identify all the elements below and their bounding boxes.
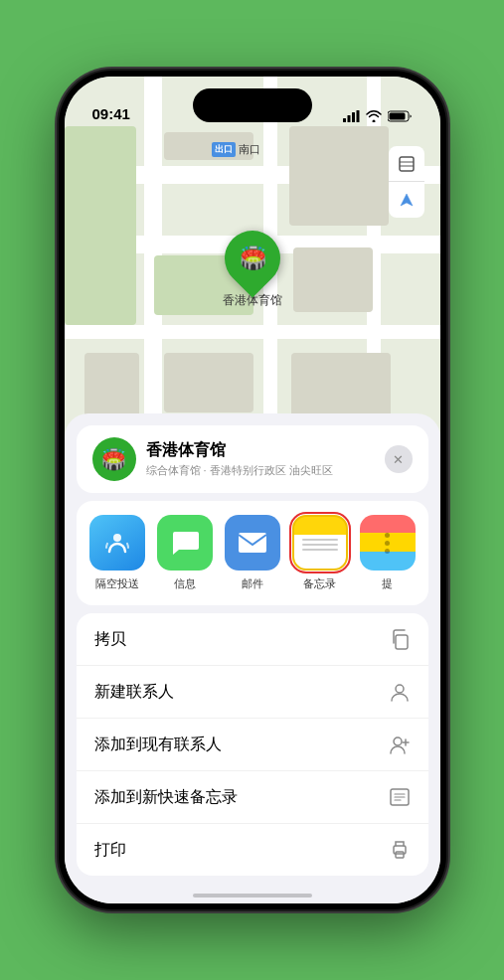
action-list: 拷贝 新建联系人 添加到现有联系人 — [77, 613, 428, 876]
location-arrow-icon — [399, 192, 415, 208]
new-contact-icon — [389, 681, 411, 703]
map-green2 — [65, 126, 136, 325]
add-contact-icon — [389, 734, 411, 755]
share-item-more[interactable]: 提 — [357, 515, 419, 591]
airdrop-icon-box — [89, 515, 145, 571]
svg-rect-0 — [343, 118, 346, 122]
status-time: 09:41 — [92, 105, 130, 124]
map-controls — [389, 146, 424, 218]
location-card: 🏟️ 香港体育馆 综合体育馆 · 香港特别行政区 油尖旺区 ✕ — [77, 425, 428, 493]
home-indicator — [193, 894, 312, 898]
svg-rect-10 — [239, 533, 266, 553]
svg-point-9 — [113, 534, 121, 542]
more-label: 提 — [382, 576, 393, 591]
share-item-mail[interactable]: 邮件 — [222, 515, 283, 591]
map-layers-button[interactable] — [389, 146, 424, 182]
note-line-1 — [302, 539, 338, 541]
close-button[interactable]: ✕ — [385, 445, 413, 473]
mail-icon — [237, 531, 268, 555]
share-item-airdrop[interactable]: 隔空投送 — [86, 515, 148, 591]
svg-rect-21 — [396, 852, 404, 858]
copy-icon — [389, 628, 411, 650]
svg-rect-11 — [396, 635, 408, 649]
svg-point-13 — [394, 737, 402, 745]
location-icon: 🏟️ — [92, 437, 136, 481]
action-print[interactable]: 打印 — [77, 824, 428, 876]
location-info: 🏟️ 香港体育馆 综合体育馆 · 香港特别行政区 油尖旺区 — [92, 437, 333, 481]
close-icon: ✕ — [393, 452, 404, 467]
mail-label: 邮件 — [242, 576, 263, 591]
map-label: 出口 南口 — [212, 142, 260, 157]
action-new-contact-label: 新建联系人 — [94, 682, 174, 703]
share-item-message[interactable]: 信息 — [154, 515, 216, 591]
signal-icon — [343, 110, 360, 122]
share-item-notes[interactable]: 备忘录 — [289, 515, 351, 591]
print-icon — [389, 839, 411, 861]
phone-frame: 09:41 — [59, 71, 446, 909]
action-copy-label: 拷贝 — [94, 629, 126, 650]
action-new-contact[interactable]: 新建联系人 — [77, 666, 428, 719]
note-line-3 — [302, 549, 338, 551]
airdrop-label: 隔空投送 — [95, 576, 139, 591]
map-label-badge: 出口 — [212, 142, 236, 157]
svg-rect-2 — [352, 112, 355, 122]
dynamic-island — [193, 88, 312, 122]
road-h3 — [65, 325, 440, 339]
notes-lines — [302, 539, 338, 551]
wifi-icon — [366, 110, 382, 122]
action-quick-note[interactable]: 添加到新快速备忘录 — [77, 771, 428, 824]
status-icons — [343, 110, 413, 124]
map-layers-icon — [398, 155, 416, 173]
map-block5 — [164, 353, 253, 412]
more-icon-box — [360, 515, 416, 571]
location-subtitle: 综合体育馆 · 香港特别行政区 油尖旺区 — [146, 463, 333, 478]
share-row: 隔空投送 信息 — [77, 501, 428, 605]
notes-label: 备忘录 — [303, 576, 336, 591]
map-block2 — [289, 126, 389, 226]
action-add-contact-label: 添加到现有联系人 — [94, 735, 222, 755]
phone-screen: 09:41 — [65, 77, 440, 903]
mail-icon-box — [225, 515, 280, 571]
map-label-text: 南口 — [239, 142, 260, 157]
map-block3 — [293, 247, 373, 312]
svg-rect-1 — [347, 115, 350, 122]
stadium-icon: 🏟️ — [239, 245, 265, 271]
location-name: 香港体育馆 — [146, 440, 333, 461]
action-copy[interactable]: 拷贝 — [77, 613, 428, 666]
action-add-contact[interactable]: 添加到现有联系人 — [77, 719, 428, 771]
action-quick-note-label: 添加到新快速备忘录 — [94, 787, 238, 808]
battery-icon — [388, 110, 413, 122]
message-icon — [169, 528, 201, 558]
note-line-2 — [302, 544, 338, 546]
message-icon-box — [157, 515, 213, 571]
notes-icon-box — [292, 515, 348, 571]
marker-pin: 🏟️ — [213, 219, 291, 297]
stadium-marker[interactable]: 🏟️ 香港体育馆 — [223, 231, 282, 309]
svg-rect-3 — [356, 110, 359, 122]
action-print-label: 打印 — [94, 840, 126, 861]
quick-note-icon — [389, 786, 411, 808]
svg-point-12 — [396, 685, 404, 693]
bottom-sheet: 🏟️ 香港体育馆 综合体育馆 · 香港特别行政区 油尖旺区 ✕ — [65, 413, 440, 903]
location-text-group: 香港体育馆 综合体育馆 · 香港特别行政区 油尖旺区 — [146, 440, 333, 478]
svg-rect-6 — [400, 157, 414, 171]
svg-rect-5 — [389, 113, 405, 120]
message-label: 信息 — [174, 576, 196, 591]
map-location-button[interactable] — [389, 182, 424, 218]
airdrop-icon — [102, 528, 132, 558]
